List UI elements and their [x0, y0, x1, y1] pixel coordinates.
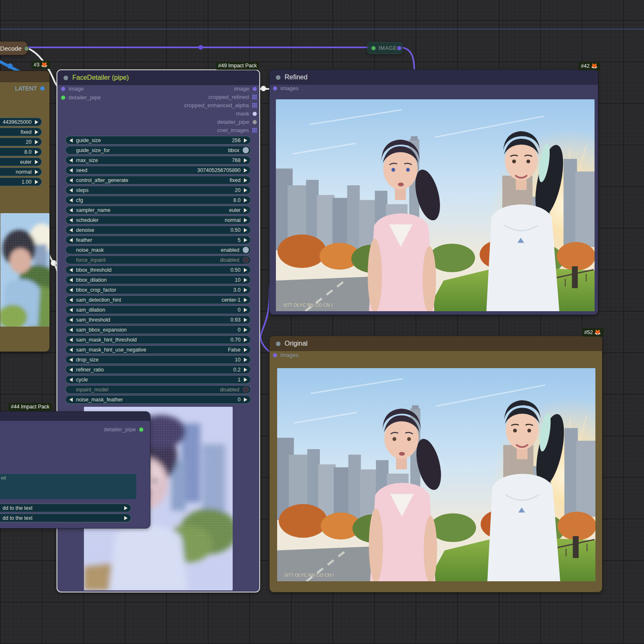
toggle-on-icon[interactable] [243, 147, 249, 153]
images-input-dot[interactable] [273, 353, 277, 357]
output-slot-cropped_refined[interactable]: cropped_refined [208, 94, 257, 100]
reroute-dot-purple[interactable] [199, 45, 203, 50]
grid-output-icon[interactable] [252, 95, 257, 99]
increment-arrow-icon[interactable] [35, 120, 38, 124]
refined-header[interactable]: Refined [270, 70, 598, 85]
detailer-pipe-output-dot[interactable] [139, 428, 143, 432]
increment-arrow-icon[interactable] [244, 188, 247, 192]
decrement-arrow-icon[interactable] [69, 398, 73, 402]
increment-arrow-icon[interactable] [35, 140, 38, 144]
decrement-arrow-icon[interactable] [69, 178, 73, 182]
widget-refiner_ratio[interactable]: refiner_ratio0.2 [65, 365, 251, 374]
widget-sam_dilation[interactable]: sam_dilation0 [65, 305, 251, 314]
increment-arrow-icon[interactable] [244, 318, 247, 322]
node-original[interactable]: Original images [269, 336, 602, 592]
decrement-arrow-icon[interactable] [69, 218, 73, 222]
input-slot-detailer-pipe[interactable]: detailer_pipe [61, 94, 101, 101]
widget-feather[interactable]: feather5 [65, 236, 251, 244]
decrement-arrow-icon[interactable] [69, 198, 73, 202]
decrement-arrow-icon[interactable] [69, 158, 73, 162]
decrement-arrow-icon[interactable] [69, 168, 73, 172]
grid-output-icon[interactable] [252, 128, 257, 133]
increment-arrow-icon[interactable] [35, 170, 38, 174]
output-slot-detailer_pipe[interactable]: detailer_pipe [217, 119, 257, 125]
widget-sampler_name[interactable]: sampler_nameeuler [65, 206, 251, 214]
widget-max_size[interactable]: max_size768 [65, 156, 251, 165]
wire-dot-blue[interactable] [7, 64, 13, 69]
increment-arrow-icon[interactable] [244, 278, 247, 282]
widget-seed[interactable]: seed307405256705890 [65, 166, 251, 175]
decrement-arrow-icon[interactable] [69, 188, 73, 192]
widget-sam_mask_hint_threshold[interactable]: sam_mask_hint_threshold0.70 [65, 335, 251, 344]
ksampler-header[interactable] [0, 71, 49, 82]
increment-arrow-icon[interactable] [244, 358, 247, 362]
widget-bbox_threshold[interactable]: bbox_threshold0.50 [65, 265, 251, 274]
increment-arrow-icon[interactable] [244, 238, 247, 242]
increment-arrow-icon[interactable] [35, 150, 38, 154]
increment-arrow-icon[interactable] [244, 228, 247, 232]
output-slot-latent[interactable]: LATENT [15, 85, 44, 92]
decrement-arrow-icon[interactable] [69, 368, 73, 372]
increment-arrow-icon[interactable] [244, 218, 247, 222]
decrement-arrow-icon[interactable] [69, 268, 73, 272]
wire-dot-white-2[interactable] [51, 260, 57, 266]
wire-dot-white[interactable] [261, 86, 266, 91]
output-slot-detailer-pipe[interactable]: detailer_pipe [104, 426, 143, 433]
node-refined[interactable]: Refined images [269, 69, 598, 315]
decrement-arrow-icon[interactable] [69, 208, 73, 212]
node-vae-decode[interactable]: Decode [0, 41, 28, 55]
image-output-dot[interactable] [253, 87, 257, 91]
increment-arrow-icon[interactable] [244, 398, 247, 402]
decrement-arrow-icon[interactable] [69, 278, 73, 282]
detailer_pipe-output-dot[interactable] [253, 120, 257, 124]
increment-arrow-icon[interactable] [35, 160, 38, 164]
decrement-arrow-icon[interactable] [69, 298, 73, 302]
widget-inpaint_model[interactable]: inpaint_modeldisabled [65, 385, 251, 394]
decrement-arrow-icon[interactable] [69, 238, 73, 242]
increment-arrow-icon[interactable] [35, 180, 38, 184]
toggle-off-icon[interactable] [243, 257, 249, 263]
increment-arrow-icon[interactable] [244, 288, 247, 292]
widget-value[interactable]: 1.00 [0, 177, 42, 186]
add-to-text-button[interactable]: dd to the text [0, 514, 131, 522]
node-ksampler[interactable]: LATENT 4439625000fixed208.0eulernormal1.… [0, 71, 50, 352]
facedetailer-header[interactable]: FaceDetailer (pipe) [57, 70, 259, 85]
increment-arrow-icon[interactable] [244, 138, 247, 143]
increment-arrow-icon[interactable] [244, 328, 247, 332]
widget-guide_size[interactable]: guide_size256 [65, 136, 251, 145]
widget-value[interactable]: normal [0, 167, 42, 176]
node-graph-canvas[interactable]: Decode IMAGE LATENT 4439625000fixed208.0… [0, 0, 644, 644]
combo-arrow-icon[interactable] [124, 506, 128, 510]
widget-sam_detection_hint[interactable]: sam_detection_hintcenter-1 [65, 295, 251, 304]
decrement-arrow-icon[interactable] [69, 138, 73, 143]
toggle-on-icon[interactable] [243, 247, 249, 253]
reroute-input-dot[interactable] [371, 46, 376, 50]
decode-node-title[interactable]: Decode [0, 42, 27, 55]
original-input-slot-images[interactable]: images [273, 352, 299, 358]
increment-arrow-icon[interactable] [244, 268, 247, 272]
widget-value[interactable]: 4439625000 [0, 118, 42, 126]
increment-arrow-icon[interactable] [244, 348, 247, 352]
widget-value[interactable]: fixed [0, 128, 42, 136]
widget-cfg[interactable]: cfg8.0 [65, 196, 251, 204]
impact44-header[interactable] [0, 412, 150, 421]
widget-value[interactable]: euler [0, 157, 42, 166]
decrement-arrow-icon[interactable] [69, 228, 73, 232]
increment-arrow-icon[interactable] [244, 298, 247, 302]
widget-control_after_generate[interactable]: control_after_generatefixed [65, 176, 251, 184]
widget-bbox_crop_factor[interactable]: bbox_crop_factor3.0 [65, 285, 251, 294]
decode-output-dot[interactable] [24, 46, 29, 51]
widget-sam_mask_hint_use_negative[interactable]: sam_mask_hint_use_negativeFalse [65, 345, 251, 354]
decrement-arrow-icon[interactable] [69, 318, 73, 322]
widget-sam_threshold[interactable]: sam_threshold0.93 [65, 315, 251, 324]
increment-arrow-icon[interactable] [244, 308, 247, 312]
increment-arrow-icon[interactable] [244, 158, 247, 162]
wildcard-textarea[interactable]: ed [0, 474, 136, 499]
image-input-dot[interactable] [61, 87, 65, 91]
increment-arrow-icon[interactable] [244, 208, 247, 212]
increment-arrow-icon[interactable] [244, 378, 247, 382]
grid-output-icon[interactable] [252, 103, 257, 108]
increment-arrow-icon[interactable] [244, 198, 247, 202]
mask-output-dot[interactable] [253, 112, 257, 116]
decrement-arrow-icon[interactable] [69, 378, 73, 382]
